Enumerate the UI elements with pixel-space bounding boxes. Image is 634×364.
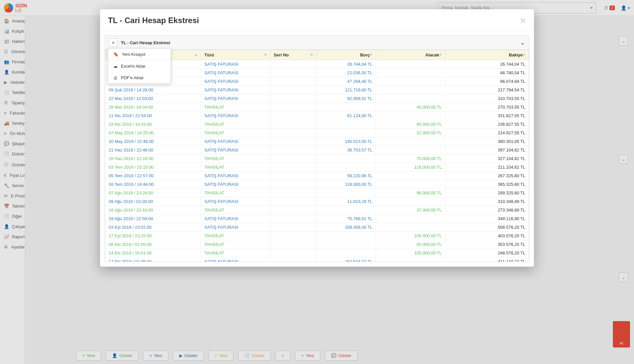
account-statement-modal: TL - Cari Hesap Ekstresi × ≡ TL - Cari H… xyxy=(100,9,534,16)
modal-backdrop[interactable]: TL - Cari Hesap Ekstresi × ≡ TL - Cari H… xyxy=(0,0,634,16)
modal-header: TL - Cari Hesap Ekstresi × xyxy=(100,9,534,16)
close-icon[interactable]: × xyxy=(520,15,526,16)
